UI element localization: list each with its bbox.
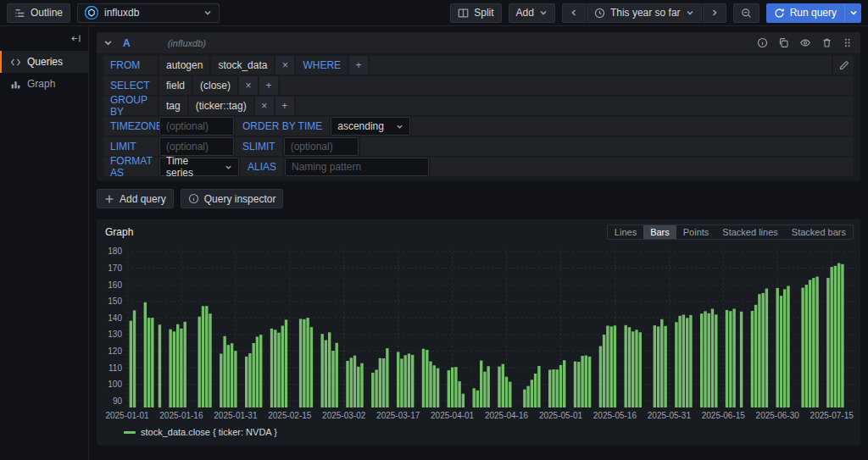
remove-segment-button[interactable]: × [275,56,294,75]
add-condition-button[interactable]: + [349,56,368,75]
hide-query-eye-icon[interactable] [799,37,811,48]
sidebar-item-queries[interactable]: Queries [0,51,88,73]
query-editor-card: A (influxdb) [97,32,860,181]
limit-input[interactable] [159,137,234,156]
svg-text:100: 100 [108,380,122,389]
remove-segment-button[interactable]: × [255,97,274,115]
svg-text:160: 160 [108,280,122,290]
legend-label[interactable]: stock_data.close { ticker: NVDA } [141,427,277,437]
add-query-label: Add query [120,193,166,205]
row-filler [280,76,854,95]
run-query-caret-button[interactable] [844,3,861,23]
copy-query-icon[interactable] [778,37,789,48]
clock-icon [594,8,605,19]
toggle-raw-query-pencil-icon[interactable] [833,56,854,75]
time-range-picker: This year so far [562,3,726,23]
graph-mode-stacked-bars[interactable]: Stacked bars [785,225,853,239]
time-range-label: This year so far [610,7,681,19]
order-by-time-keyword: ORDER BY TIME [236,117,329,136]
delete-query-trash-icon[interactable] [821,37,832,48]
outline-sidebar: Queries Graph [0,26,89,460]
query-row-header[interactable]: A (influxdb) [97,32,860,53]
svg-text:2025-01-01: 2025-01-01 [105,411,149,420]
limit-keyword: LIMIT [103,137,158,156]
group-by-tag-arg-segment[interactable]: (ticker::tag) [189,97,253,115]
svg-text:2025-06-30: 2025-06-30 [756,411,800,420]
split-button[interactable]: Split [450,3,501,23]
order-by-value: ascending [337,120,384,132]
slimit-input[interactable] [284,137,359,156]
query-row-limit: LIMIT SLIMIT [103,137,854,156]
graph-mode-lines[interactable]: Lines [608,225,643,239]
legend-swatch [124,431,136,434]
svg-text:2025-01-16: 2025-01-16 [159,411,203,420]
split-label: Split [474,7,493,19]
graph-mode-bars[interactable]: Bars [643,225,676,239]
format-as-keyword: FORMAT AS [103,158,158,176]
chevron-down-icon[interactable] [103,38,113,47]
select-field-segment[interactable]: field [159,76,192,95]
timezone-input[interactable] [159,117,234,136]
svg-text:140: 140 [108,313,122,323]
format-as-select[interactable]: Time series [159,158,239,176]
datasource-picker[interactable]: influxdb [77,3,220,23]
time-range-forward-button[interactable] [703,3,726,23]
bar-chart-icon [10,79,21,90]
query-row-select: SELECT field (close) × + [103,76,854,95]
query-inspector-button[interactable]: Query inspector [181,189,284,208]
from-measurement-segment[interactable]: stock_data [211,56,274,75]
where-keyword: WHERE [296,56,348,75]
query-datasource-label: (influxdb) [168,38,206,48]
top-toolbar: Outline influxdb Split Add [0,0,868,26]
zoom-out-icon [741,8,752,19]
order-by-select[interactable]: ascending [331,117,410,136]
svg-text:2025-05-31: 2025-05-31 [648,411,692,420]
group-by-keyword: GROUP BY [103,97,158,115]
zoom-out-button[interactable] [733,3,760,23]
svg-text:2025-04-01: 2025-04-01 [431,411,475,420]
add-group-by-button[interactable]: + [275,97,294,115]
chevron-down-icon [849,8,858,17]
graph-mode-stacked-lines[interactable]: Stacked lines [715,225,784,239]
time-range-button[interactable]: This year so far [587,3,702,23]
svg-text:170: 170 [108,263,122,273]
svg-text:2025-03-17: 2025-03-17 [376,411,420,420]
sidebar-item-label: Queries [27,56,63,68]
plus-icon [104,194,114,204]
svg-text:180: 180 [108,247,122,256]
select-field-arg-segment[interactable]: (close) [193,76,237,95]
outline-button[interactable]: Outline [7,3,70,23]
chevron-down-icon [686,8,694,17]
query-row-format: FORMAT AS Time series ALIAS [103,158,854,176]
alias-input[interactable] [285,158,429,176]
split-icon [458,8,469,19]
run-query-button[interactable]: Run query [766,3,844,23]
add-query-button[interactable]: Add query [97,189,174,208]
graph-mode-points[interactable]: Points [676,225,716,239]
add-button[interactable]: Add [509,3,555,23]
sidebar-item-graph[interactable]: Graph [0,73,88,95]
svg-text:120: 120 [108,346,122,356]
format-as-value: Time series [166,155,218,179]
chevron-down-icon [396,123,403,130]
svg-text:110: 110 [108,363,122,373]
drag-handle-icon[interactable] [843,37,852,48]
add-label: Add [516,7,534,19]
timezone-keyword: TIMEZONE [103,117,158,136]
datasource-name: influxdb [104,7,139,19]
select-keyword: SELECT [103,76,158,95]
add-select-button[interactable]: + [259,76,278,95]
group-by-tag-segment[interactable]: tag [159,97,187,115]
info-circle-icon[interactable] [757,37,768,48]
query-ref-id: A [123,37,131,49]
row-filler [360,137,854,156]
bar-chart[interactable]: 901001101201301401501601701802025-01-012… [97,243,860,425]
chevron-down-icon [203,8,212,17]
time-range-back-button[interactable] [562,3,586,23]
from-policy-segment[interactable]: autogen [159,56,209,75]
remove-segment-button[interactable]: × [239,76,258,95]
row-filler [412,117,854,136]
collapse-sidebar-icon[interactable] [70,33,81,44]
svg-text:2025-02-15: 2025-02-15 [268,411,312,420]
code-brackets-icon [10,57,21,68]
